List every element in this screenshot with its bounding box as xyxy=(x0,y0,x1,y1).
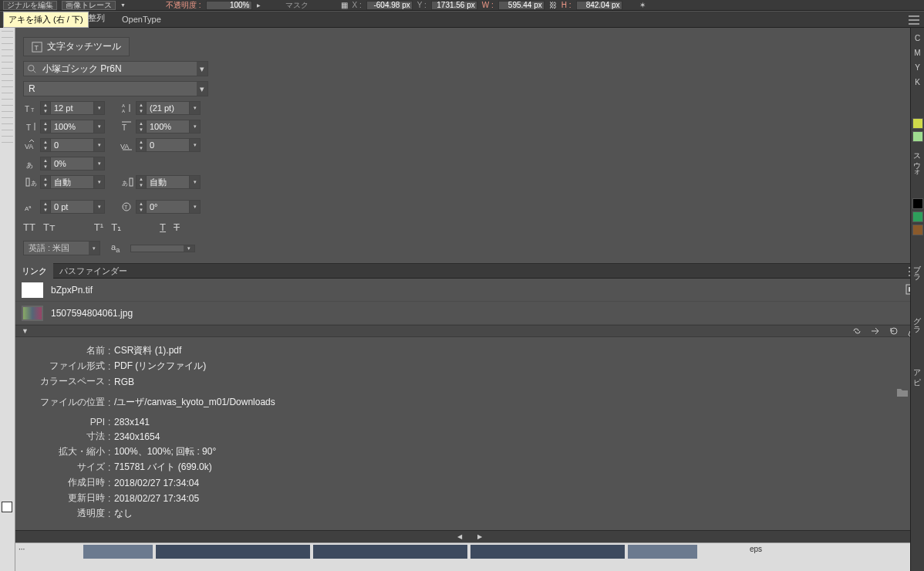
leading-input[interactable] xyxy=(147,101,190,115)
swatch-green[interactable] xyxy=(912,131,923,142)
swatch-black[interactable] xyxy=(912,198,923,209)
stepper[interactable]: ▲▼ xyxy=(136,138,147,152)
swatch-green2[interactable] xyxy=(912,211,923,222)
relink-icon[interactable] xyxy=(851,326,862,336)
font-family-input[interactable] xyxy=(39,62,197,76)
horizontal-scale-input[interactable] xyxy=(147,120,190,133)
stepper[interactable]: ▲▼ xyxy=(136,101,147,115)
aki-left-field[interactable]: あ ▲▼ ▾ xyxy=(23,175,105,189)
all-caps-toggle[interactable]: TT xyxy=(23,221,35,233)
small-caps-toggle[interactable]: Tᴛ xyxy=(43,221,56,233)
vertical-scale-input[interactable] xyxy=(51,120,94,133)
chevron-down-icon[interactable]: ▾ xyxy=(94,120,105,133)
baseline-shift-field[interactable]: Aª ▲▼ ▾ xyxy=(23,200,105,214)
chevron-down-icon[interactable]: ▾ xyxy=(184,245,194,252)
stepper[interactable]: ▲▼ xyxy=(40,157,51,171)
graphic-label[interactable]: グラ xyxy=(911,312,922,329)
swatches-label[interactable]: スウォ xyxy=(911,148,922,174)
stepper[interactable]: ▲▼ xyxy=(40,101,51,115)
vertical-scale-field[interactable]: T ▲▼ ▾ xyxy=(23,120,105,133)
stepper[interactable]: ▲▼ xyxy=(136,120,147,133)
stepper[interactable]: ▲▼ xyxy=(40,120,51,133)
kerning-field[interactable]: VA ▲▼ ▾ xyxy=(23,138,105,152)
goto-link-icon[interactable] xyxy=(870,326,881,336)
brush-label[interactable]: ブラ xyxy=(911,259,922,276)
font-size-field[interactable]: TT ▲▼ ▾ xyxy=(23,101,105,115)
mask-button[interactable]: マスク xyxy=(285,0,309,11)
h-value[interactable]: 842.04 px xyxy=(576,1,622,10)
language-combo[interactable]: 英語 : 米国 ▾ xyxy=(23,241,100,255)
chevron-down-icon[interactable]: ▾ xyxy=(94,200,105,214)
tsume-field[interactable]: あ ▲▼ ▾ xyxy=(23,157,105,171)
chevron-down-icon[interactable]: ▾ xyxy=(94,138,105,152)
tracking-input[interactable] xyxy=(147,138,190,152)
tab-opentype[interactable]: OpenType xyxy=(119,12,164,27)
stepper[interactable]: ▲▼ xyxy=(136,200,147,214)
panel-menu-icon[interactable] xyxy=(909,15,919,25)
chevron-down-icon[interactable]: ▾ xyxy=(190,101,201,115)
update-link-icon[interactable] xyxy=(889,326,899,336)
color-c-label: C xyxy=(911,34,924,42)
tab-pathfinder[interactable]: パスファインダー xyxy=(53,263,133,279)
char-rotation-input[interactable] xyxy=(147,200,190,214)
kerning-input[interactable] xyxy=(51,138,94,152)
stepper[interactable]: ▲▼ xyxy=(40,200,51,214)
chevron-down-icon[interactable]: ▾ xyxy=(94,157,105,171)
color-m-label: M xyxy=(911,49,924,57)
horizontal-scale-field[interactable]: T ▲▼ ▾ xyxy=(119,120,201,133)
chevron-down-icon[interactable]: ▾ xyxy=(94,101,105,115)
image-trace-button[interactable]: 画像トレース xyxy=(62,1,116,10)
aki-right-field[interactable]: あ ▲▼ ▾ xyxy=(119,175,201,189)
edit-original-button[interactable]: ジナルを編集 xyxy=(3,1,57,10)
transform-icon[interactable]: ▦ xyxy=(341,1,348,9)
link-item[interactable]: 1507594804061.jpg xyxy=(15,302,924,325)
font-style-combo[interactable]: R ▾ xyxy=(23,81,208,96)
link-name: bZpxPn.tif xyxy=(51,285,898,296)
scroll-right-icon[interactable]: ▶ xyxy=(477,533,482,540)
chevron-down-icon[interactable]: ▾ xyxy=(94,175,105,189)
link-thumbnail xyxy=(22,282,43,298)
crop-icon[interactable]: ✶ xyxy=(639,1,646,9)
subscript-toggle[interactable]: T₁ xyxy=(111,221,121,233)
x-value[interactable]: -604.98 px xyxy=(366,1,413,10)
chevron-down-icon[interactable]: ▾ xyxy=(190,175,201,189)
strikethrough-toggle[interactable]: T xyxy=(174,221,180,233)
opacity-value[interactable]: 100% xyxy=(206,1,252,10)
search-icon[interactable] xyxy=(24,62,39,76)
antialias-combo[interactable]: ▾ xyxy=(130,245,195,252)
aki-left-input[interactable] xyxy=(51,175,94,189)
aki-right-input[interactable] xyxy=(147,175,190,189)
link-item[interactable]: bZpxPn.tif xyxy=(15,279,924,302)
swatch-brown[interactable] xyxy=(912,225,923,235)
chevron-down-icon[interactable]: ▾ xyxy=(190,200,201,214)
superscript-toggle[interactable]: T¹ xyxy=(94,221,103,233)
stepper[interactable]: ▲▼ xyxy=(40,138,51,152)
font-size-input[interactable] xyxy=(51,101,94,115)
chevron-down-icon[interactable]: ▾ xyxy=(190,138,201,152)
w-value[interactable]: 595.44 px xyxy=(498,1,545,10)
stepper[interactable]: ▲▼ xyxy=(136,175,147,189)
y-value[interactable]: 1731.56 px xyxy=(431,1,477,10)
appearance-label[interactable]: アピ xyxy=(911,364,922,381)
tracking-field[interactable]: VA ▲▼ ▾ xyxy=(119,138,201,152)
tsume-input[interactable] xyxy=(51,157,94,171)
touch-type-tool-button[interactable]: T 文字タッチツール xyxy=(23,37,130,56)
reveal-folder-icon[interactable] xyxy=(896,387,909,397)
kerning-icon: VA xyxy=(23,138,40,152)
stepper[interactable]: ▲▼ xyxy=(40,175,51,189)
baseline-shift-input[interactable] xyxy=(51,200,94,214)
chevron-down-icon[interactable]: ▾ xyxy=(89,242,99,255)
underline-toggle[interactable]: T xyxy=(160,221,166,233)
leading-field[interactable]: AA ▲▼ ▾ xyxy=(119,101,201,115)
disclosure-triangle-icon[interactable]: ▼ xyxy=(22,327,29,335)
panel-scroller[interactable]: ◀ ▶ xyxy=(15,530,924,542)
chevron-down-icon[interactable]: ▾ xyxy=(197,82,207,96)
font-family-combo[interactable]: ▾ xyxy=(23,61,208,76)
scroll-left-icon[interactable]: ◀ xyxy=(457,533,462,540)
swatch-yellow[interactable] xyxy=(912,118,923,129)
chevron-down-icon[interactable]: ▾ xyxy=(190,120,201,133)
tab-links[interactable]: リンク xyxy=(15,263,53,279)
char-rotation-field[interactable]: T ▲▼ ▾ xyxy=(119,200,201,214)
chevron-down-icon[interactable]: ▾ xyxy=(197,62,207,76)
link-wh-icon[interactable]: ⛓ xyxy=(549,1,557,9)
